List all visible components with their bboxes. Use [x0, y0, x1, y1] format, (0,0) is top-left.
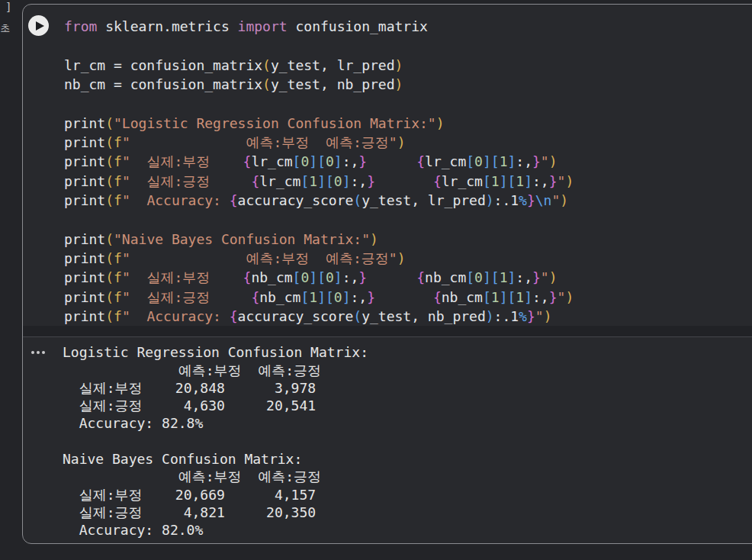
output-line: Accuracy: 82.8%: [63, 414, 752, 432]
execution-time-label: 0초: [0, 21, 10, 35]
code-cell: from sklearn.metrics import confusion_ma…: [22, 4, 752, 544]
cell-divider: [23, 326, 752, 337]
code-line: from sklearn.metrics import confusion_ma…: [64, 17, 752, 36]
output-line: 실제:긍정 4,821 20,350: [63, 504, 752, 521]
code-editor[interactable]: from sklearn.metrics import confusion_ma…: [23, 5, 752, 326]
output-options-button[interactable]: [30, 348, 47, 357]
code-line: [64, 94, 752, 113]
code-line: print(f" 실제:부정 {nb_cm[0][0]:,} {nb_cm[0]…: [64, 268, 752, 287]
execution-count-fragment: ]: [5, 1, 11, 13]
code-line: lr_cm = confusion_matrix(y_test, lr_pred…: [64, 56, 752, 75]
code-line: nb_cm = confusion_matrix(y_test, nb_pred…: [64, 75, 752, 94]
output-line: 예측:부정 예측:긍정: [63, 362, 752, 379]
output-line: 실제:긍정 4,630 20,541: [63, 397, 752, 414]
code-line: print(f" Accuracy: {accuracy_score(y_tes…: [64, 307, 752, 326]
play-icon: [36, 21, 44, 31]
code-line: print(f" 예측:부정 예측:긍정"): [64, 133, 752, 152]
code-line: print("Naive Bayes Confusion Matrix:"): [64, 230, 752, 249]
code-line: print(f" 실제:긍정 {nb_cm[1][0]:,} {nb_cm[1]…: [64, 288, 752, 307]
output-line: 실제:부정 20,848 3,978: [63, 379, 752, 397]
output-line: Naive Bayes Confusion Matrix:: [63, 450, 752, 468]
code-line: print(f" 예측:부정 예측:긍정"): [64, 249, 752, 268]
output-line: [63, 433, 752, 450]
output-line: Accuracy: 82.0%: [63, 521, 752, 539]
ellipsis-icon: [37, 351, 40, 354]
code-line: [64, 210, 752, 229]
code-line: [64, 36, 752, 55]
output-line: 예측:부정 예측:긍정: [63, 468, 752, 485]
cell-output: Logistic Regression Confusion Matrix: 예측…: [23, 337, 752, 544]
code-line: print(f" 실제:긍정 {lr_cm[1][0]:,} {lr_cm[1]…: [64, 172, 752, 191]
code-line: print(f" Accuracy: {accuracy_score(y_tes…: [64, 191, 752, 210]
output-line: Logistic Regression Confusion Matrix:: [63, 343, 752, 361]
code-line: print(f" 실제:부정 {lr_cm[0][0]:,} {lr_cm[0]…: [64, 152, 752, 171]
code-line: print("Logistic Regression Confusion Mat…: [64, 114, 752, 133]
ellipsis-icon: [42, 351, 45, 354]
ellipsis-icon: [31, 351, 34, 354]
run-cell-button[interactable]: [28, 15, 49, 36]
output-line: 실제:부정 20,669 4,157: [63, 486, 752, 504]
